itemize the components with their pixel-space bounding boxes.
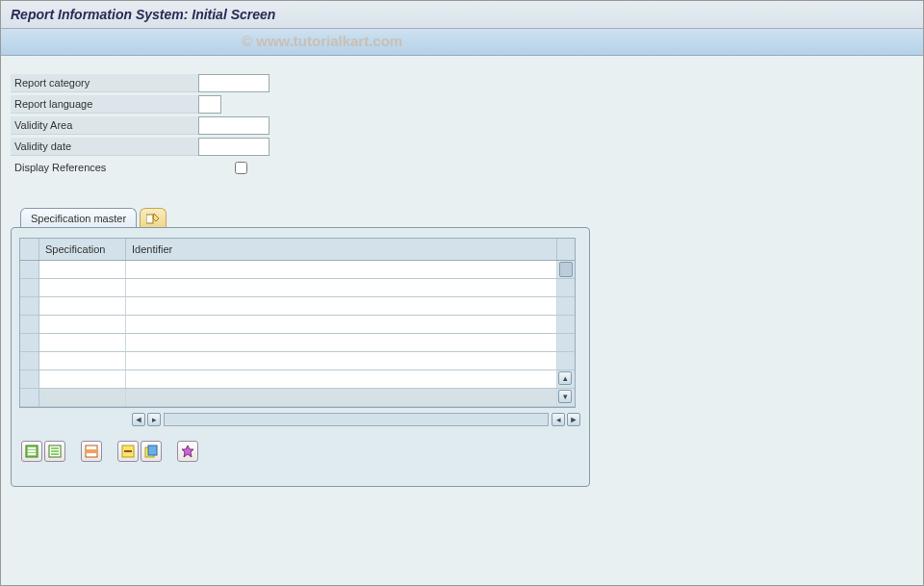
cell-specification[interactable] [39,370,126,388]
tab-specification-master[interactable]: Specification master [20,208,137,227]
h-scroll-track[interactable] [164,413,549,426]
row-validity-date: Validity date [11,137,913,156]
label-report-category: Report category [11,74,198,92]
table-row: ▴ [20,370,575,389]
svg-rect-10 [86,449,97,453]
delete-row-button[interactable] [117,441,139,462]
v-scroll-cell [557,334,575,351]
table-row [20,316,575,334]
v-scroll-cell: ▾ [557,389,575,406]
grid-select-all-header[interactable] [20,239,39,260]
row-selector[interactable] [20,389,39,406]
column-header-identifier[interactable]: Identifier [126,239,557,260]
cell-identifier[interactable] [126,297,557,315]
tab-action-button[interactable] [140,208,167,227]
column-header-specification[interactable]: Specification [39,239,126,260]
svg-rect-4 [28,453,36,455]
title-bar: Report Information System: Initial Scree… [1,1,923,29]
svg-rect-14 [148,446,157,455]
v-scroll-cell [557,297,575,315]
v-scroll-cell [557,279,575,296]
row-validity-area: Validity Area [11,115,913,135]
checkbox-display-references[interactable] [235,162,247,174]
row-selector[interactable] [20,352,39,369]
deselect-all-button[interactable] [44,441,65,462]
label-display-references: Display References [11,159,198,177]
input-validity-date[interactable] [198,138,270,156]
input-report-language[interactable] [198,95,221,114]
tab-label: Specification master [31,213,126,224]
cell-specification [39,389,126,406]
selection-form: Report category Report language Validity… [1,56,923,189]
cell-identifier [126,389,557,406]
svg-rect-7 [51,450,59,452]
scroll-right-icon[interactable]: ◂ [552,413,565,426]
cell-identifier[interactable] [126,370,557,388]
svg-rect-0 [146,215,153,223]
specification-grid: Specification Identifier ▴▾ [19,238,576,408]
scroll-down-icon[interactable]: ▾ [558,390,572,403]
copy-row-button[interactable] [141,441,162,462]
cell-specification[interactable] [39,297,126,315]
scroll-right-end-icon[interactable]: ► [567,413,580,426]
cell-identifier[interactable] [126,279,557,296]
table-row [20,279,575,297]
table-row [20,352,575,370]
table-row [20,297,575,316]
page-title: Report Information System: Initial Scree… [11,7,275,22]
scroll-up-icon[interactable]: ▴ [558,371,572,385]
grid-horizontal-scrollbar: ◄ ▸ ◂ ► [19,410,581,429]
row-selector[interactable] [20,279,39,296]
row-display-references: Display References [11,158,913,177]
tab-container: Specification master Specification Ident… [11,208,590,487]
cell-identifier[interactable] [126,334,557,351]
configure-button[interactable] [177,441,198,462]
insert-row-button[interactable] [81,441,102,462]
tab-strip: Specification master [20,208,590,227]
cell-specification[interactable] [39,334,126,351]
label-report-language: Report language [11,95,198,114]
svg-rect-8 [51,453,59,455]
cell-specification[interactable] [39,316,126,333]
grid-scroll-corner [557,239,575,260]
row-selector[interactable] [20,334,39,351]
app-window: Report Information System: Initial Scree… [0,0,924,586]
cell-specification[interactable] [39,352,126,369]
input-validity-area[interactable] [198,116,270,135]
label-validity-area: Validity Area [11,116,198,135]
row-selector[interactable] [20,316,39,333]
configure-icon [181,445,194,458]
svg-rect-2 [28,447,36,449]
display-change-icon [146,213,160,224]
copy-row-icon [144,445,158,458]
grid-body: ▴▾ [20,261,575,407]
svg-rect-12 [124,450,132,452]
watermark-text: © www.tutorialkart.com [242,33,402,49]
scroll-left-icon[interactable]: ▸ [147,413,161,426]
cell-specification[interactable] [39,279,126,296]
svg-marker-15 [182,446,193,457]
svg-rect-6 [51,447,59,449]
cell-identifier[interactable] [126,316,557,333]
v-scroll-thumb[interactable] [559,262,573,277]
v-scroll-cell [557,261,575,278]
svg-rect-3 [28,450,36,452]
tab-panel-body: Specification Identifier ▴▾ ◄ ▸ ◂ ► [11,227,590,487]
row-selector[interactable] [20,297,39,315]
delete-row-icon [121,445,135,458]
cell-specification[interactable] [39,261,126,278]
input-report-category[interactable] [198,74,270,92]
cell-identifier[interactable] [126,352,557,369]
v-scroll-cell [557,352,575,369]
row-selector[interactable] [20,370,39,388]
scroll-left-start-icon[interactable]: ◄ [132,413,145,426]
application-toolbar: © www.tutorialkart.com [1,29,923,56]
row-report-category: Report category [11,73,913,92]
v-scroll-cell: ▴ [557,370,575,388]
table-row [20,261,575,279]
row-selector[interactable] [20,261,39,278]
select-all-button[interactable] [21,441,42,462]
table-row: ▾ [20,389,575,407]
cell-identifier[interactable] [126,261,557,278]
deselect-all-icon [48,445,62,458]
